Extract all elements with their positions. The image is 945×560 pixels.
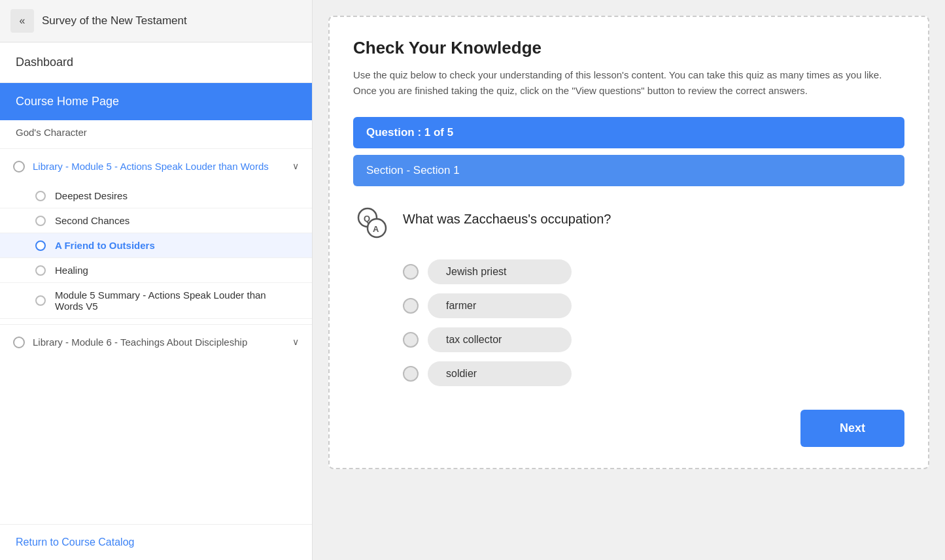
item-radio bbox=[35, 265, 46, 276]
answer-radio-soldier[interactable] bbox=[403, 366, 419, 382]
quiz-title: Check Your Knowledge bbox=[353, 38, 904, 58]
module5-item-deepest-desires[interactable]: Deepest Desires bbox=[0, 184, 312, 208]
item-radio bbox=[35, 295, 46, 306]
answer-option-farmer[interactable]: farmer bbox=[403, 293, 904, 318]
module5-item-healing[interactable]: Healing bbox=[0, 258, 312, 283]
answer-radio-farmer[interactable] bbox=[403, 298, 419, 314]
answer-label-tax-collector: tax collector bbox=[428, 327, 572, 352]
item-radio bbox=[35, 240, 46, 251]
sidebar-title: Survey of the New Testament bbox=[42, 14, 187, 27]
answer-options: Jewish priest farmer tax collector soldi… bbox=[403, 259, 904, 386]
answer-radio-tax-collector[interactable] bbox=[403, 332, 419, 348]
quiz-card: Check Your Knowledge Use the quiz below … bbox=[328, 16, 929, 469]
module5-item-second-chances[interactable]: Second Chances bbox=[0, 208, 312, 233]
module6-radio bbox=[13, 337, 25, 348]
answer-label-farmer: farmer bbox=[428, 293, 572, 318]
quiz-description: Use the quiz below to check your underst… bbox=[353, 67, 904, 99]
return-to-catalog-link[interactable]: Return to Course Catalog bbox=[16, 536, 134, 548]
answer-option-tax-collector[interactable]: tax collector bbox=[403, 327, 904, 352]
dashboard-link[interactable]: Dashboard bbox=[0, 42, 312, 83]
module6-header[interactable]: Library - Module 6 - Teachings About Dis… bbox=[0, 325, 312, 359]
module6-chevron-icon: ∨ bbox=[292, 337, 299, 347]
answer-label-jewish-priest: Jewish priest bbox=[428, 259, 572, 284]
sidebar: « Survey of the New Testament Dashboard … bbox=[0, 0, 313, 560]
item-radio bbox=[35, 216, 46, 226]
question-body: Q A What was Zacchaeus's occupation? bbox=[353, 205, 904, 241]
item-label: Second Chances bbox=[55, 215, 129, 226]
main-content: Check Your Knowledge Use the quiz below … bbox=[313, 0, 945, 560]
section-header: Section - Section 1 bbox=[353, 155, 904, 186]
item-radio bbox=[35, 191, 46, 201]
course-home-page-button[interactable]: Course Home Page bbox=[0, 83, 312, 120]
answer-label-soldier: soldier bbox=[428, 361, 572, 386]
module5-item-summary[interactable]: Module 5 Summary - Actions Speak Louder … bbox=[0, 283, 312, 319]
module6-section: Library - Module 6 - Teachings About Dis… bbox=[0, 324, 312, 359]
back-button[interactable]: « bbox=[10, 9, 34, 33]
item-label: Module 5 Summary - Actions Speak Louder … bbox=[55, 289, 296, 312]
sidebar-header: « Survey of the New Testament bbox=[0, 0, 312, 42]
sidebar-footer: Return to Course Catalog bbox=[0, 524, 312, 560]
answer-option-soldier[interactable]: soldier bbox=[403, 361, 904, 386]
module6-label: Library - Module 6 - Teachings About Dis… bbox=[33, 335, 284, 349]
answer-option-jewish-priest[interactable]: Jewish priest bbox=[403, 259, 904, 284]
answer-radio-jewish-priest[interactable] bbox=[403, 264, 419, 280]
module5-label: Library - Module 5 - Actions Speak Loude… bbox=[33, 159, 284, 173]
module5-item-friend-outsiders[interactable]: A Friend to Outsiders bbox=[0, 233, 312, 258]
module5-radio bbox=[13, 161, 25, 173]
quiz-footer: Next bbox=[353, 410, 904, 447]
module5-header[interactable]: Library - Module 5 - Actions Speak Loude… bbox=[0, 149, 312, 184]
next-button[interactable]: Next bbox=[800, 410, 904, 447]
question-header: Question : 1 of 5 bbox=[353, 117, 904, 148]
item-label: Deepest Desires bbox=[55, 190, 128, 201]
module5-items: Deepest Desires Second Chances A Friend … bbox=[0, 184, 312, 324]
svg-text:A: A bbox=[373, 224, 379, 234]
sidebar-nav: Course Home Page God's Character Library… bbox=[0, 83, 312, 524]
item-label: Healing bbox=[55, 265, 88, 276]
item-label: A Friend to Outsiders bbox=[55, 240, 155, 251]
gods-character-label: God's Character bbox=[0, 120, 312, 148]
module5-section: Library - Module 5 - Actions Speak Loude… bbox=[0, 148, 312, 324]
qa-icon: Q A bbox=[353, 205, 390, 241]
module5-chevron-icon: ∨ bbox=[292, 161, 299, 171]
question-text: What was Zacchaeus's occupation? bbox=[403, 205, 611, 228]
